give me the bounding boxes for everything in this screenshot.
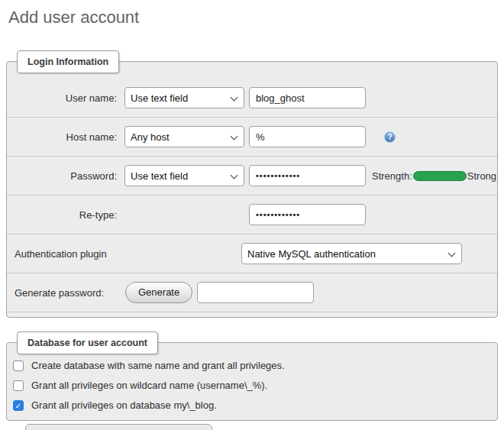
grant-wildcard-checkbox[interactable] <box>13 380 24 391</box>
grant-wildcard-label: Grant all privileges on wildcard name (u… <box>31 380 267 391</box>
login-information-fieldset: Login Information User name: Use text fi… <box>6 61 498 318</box>
retype-password-input[interactable] <box>249 204 366 225</box>
auth-plugin-row: Authentication plugin Native MySQL authe… <box>7 234 497 273</box>
password-input[interactable] <box>249 165 366 186</box>
password-type-select-wrap: Use text field <box>124 165 244 186</box>
grant-database-row: ✓ Grant all privileges on database my\_b… <box>13 399 489 411</box>
database-for-user-fieldset: Database for user account Create databas… <box>6 342 498 421</box>
generated-password-input[interactable] <box>197 282 314 303</box>
hostname-label: Host name: <box>15 131 117 143</box>
hostname-type-select[interactable]: Any host <box>124 126 244 147</box>
hostname-type-select-wrap: Any host <box>124 126 244 147</box>
username-row: User name: Use text field <box>7 79 497 118</box>
password-strength: Strength: Strong <box>372 170 496 182</box>
auth-plugin-select-wrap: Native MySQL authentication <box>241 243 462 264</box>
question-help-icon[interactable]: ? <box>384 131 396 143</box>
username-input[interactable] <box>249 87 366 108</box>
create-db-same-name-row: Create database with same name and grant… <box>13 360 489 371</box>
grant-database-checkbox[interactable]: ✓ <box>13 400 24 411</box>
grant-wildcard-row: Grant all privileges on wildcard name (u… <box>13 380 489 391</box>
checkmark-icon: ✓ <box>15 401 22 410</box>
strength-label: Strength: <box>372 170 412 182</box>
page-title: Add user account <box>0 0 504 27</box>
auth-plugin-label: Authentication plugin <box>15 248 234 260</box>
generate-password-row: Generate password: Generate <box>7 273 497 312</box>
create-db-same-name-label: Create database with same name and grant… <box>31 360 285 371</box>
create-db-same-name-checkbox[interactable] <box>13 360 24 371</box>
retype-row: Re-type: <box>7 196 497 234</box>
database-for-user-legend: Database for user account <box>17 331 158 354</box>
hostname-row: Host name: Any host ? <box>7 118 497 157</box>
password-label: Password: <box>15 170 117 182</box>
strength-value: Strong <box>467 170 496 182</box>
password-row: Password: Use text field Strength: Stron… <box>7 157 497 196</box>
auth-plugin-select[interactable]: Native MySQL authentication <box>241 243 462 264</box>
strength-meter-bar <box>413 171 467 181</box>
password-type-select[interactable]: Use text field <box>124 165 244 186</box>
grant-database-label: Grant all privileges on database my\_blo… <box>31 399 217 411</box>
database-for-user-body: Create database with same name and grant… <box>7 343 497 420</box>
hostname-input[interactable] <box>249 126 366 147</box>
next-section-legend-partial <box>25 424 212 430</box>
login-information-legend: Login Information <box>17 50 119 73</box>
username-label: User name: <box>15 92 117 104</box>
generate-button[interactable]: Generate <box>125 282 192 303</box>
login-information-body: User name: Use text field Host name: Any… <box>7 62 497 317</box>
generate-password-label: Generate password: <box>15 287 118 299</box>
retype-label: Re-type: <box>15 209 117 221</box>
username-type-select-wrap: Use text field <box>124 87 244 108</box>
username-type-select[interactable]: Use text field <box>124 87 244 108</box>
